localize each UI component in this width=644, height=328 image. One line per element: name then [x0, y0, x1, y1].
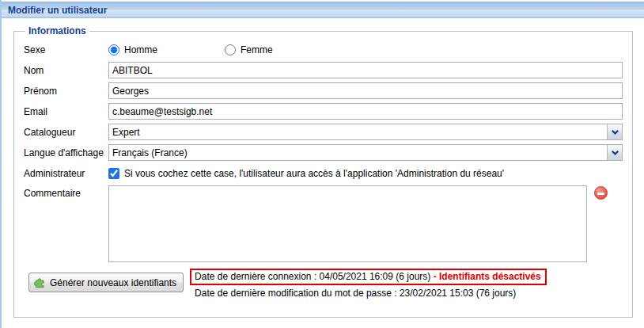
user-edit-panel: Modifier un utilisateur Informations Sex…: [0, 0, 644, 328]
generate-identifiers-button[interactable]: Générer nouveaux identifiants: [28, 273, 184, 292]
generate-identifiers-label: Générer nouveaux identifiants: [50, 277, 176, 288]
femme-radio-label: Femme: [241, 44, 273, 55]
catalogueur-selected-value: Expert: [109, 127, 607, 138]
last-connection-box: Date de dernière connexion : 04/05/2021 …: [190, 269, 547, 285]
langue-dropdown-button[interactable]: [607, 145, 622, 160]
prenom-label: Prénom: [24, 86, 108, 97]
row-administrateur: Administrateur Si vous cochez cette case…: [24, 165, 623, 181]
chevron-down-icon: [612, 151, 619, 155]
femme-radio[interactable]: [225, 44, 236, 55]
catalogueur-select[interactable]: Expert: [108, 124, 623, 140]
commentaire-textarea[interactable]: [108, 185, 587, 262]
langue-select[interactable]: Français (France): [108, 144, 623, 161]
row-catalogueur: Catalogueur Expert: [24, 124, 623, 140]
footer-row: Générer nouveaux identifiants Date de de…: [24, 269, 623, 299]
row-email: Email: [24, 103, 623, 120]
row-sexe: Sexe Homme Femme: [24, 41, 623, 58]
email-input[interactable]: [108, 103, 623, 120]
administrateur-checkbox[interactable]: [108, 168, 119, 179]
chevron-down-icon: [612, 130, 619, 135]
sexe-label: Sexe: [24, 44, 108, 55]
dates-block: Date de dernière connexion : 04/05/2021 …: [190, 269, 547, 299]
last-password-change-text: Date de dernière modification du mot de …: [190, 285, 547, 299]
fieldset-legend: Informations: [25, 25, 89, 36]
panel-title: Modifier un utilisateur: [2, 2, 644, 18]
langue-selected-value: Français (France): [109, 147, 607, 158]
radio-option-femme: Femme: [225, 44, 273, 55]
sexe-radio-group: Homme Femme: [108, 44, 623, 55]
row-prenom: Prénom: [24, 82, 623, 99]
homme-radio-label: Homme: [124, 44, 157, 55]
commentaire-label: Commentaire: [24, 185, 108, 199]
administrateur-label: Administrateur: [24, 168, 108, 179]
prenom-input[interactable]: [108, 82, 623, 99]
homme-radio[interactable]: [108, 44, 119, 55]
catalogueur-dropdown-button[interactable]: [607, 124, 622, 139]
nom-input[interactable]: [108, 62, 623, 78]
administrateur-hint: Si vous cochez cette case, l'utilisateur…: [124, 168, 504, 179]
informations-fieldset: Informations Sexe Homme Femme Nom: [13, 25, 633, 318]
row-commentaire: Commentaire: [24, 185, 623, 262]
radio-option-homme: Homme: [108, 44, 225, 55]
identifiers-disabled-flag: - Identifiants désactivés: [434, 271, 541, 282]
last-connection-text: Date de dernière connexion : 04/05/2021 …: [195, 271, 430, 282]
nom-label: Nom: [24, 65, 108, 76]
catalogueur-label: Catalogueur: [24, 127, 108, 138]
puzzle-piece-icon: [34, 277, 46, 288]
row-langue: Langue d'affichage Français (France): [24, 144, 623, 161]
row-nom: Nom: [24, 62, 623, 78]
email-label: Email: [24, 106, 108, 117]
langue-label: Langue d'affichage: [24, 147, 108, 158]
remove-comment-icon[interactable]: [594, 186, 608, 200]
